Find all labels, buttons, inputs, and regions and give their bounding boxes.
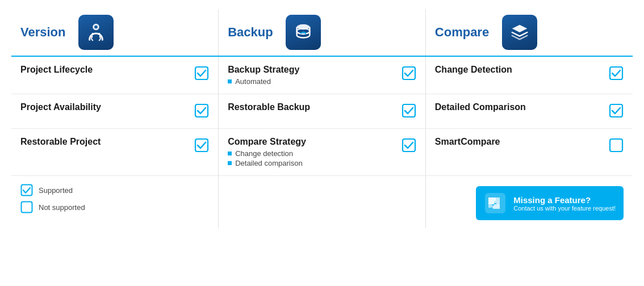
backup-feature-1-subitem-0: Automated bbox=[228, 77, 299, 86]
backup-feature-2-name: Restorable Backup bbox=[228, 102, 396, 112]
backup-feature-1-subitems: Automated bbox=[228, 77, 299, 86]
compare-header-cell: Compare bbox=[425, 9, 633, 56]
compare-feature-1-name: Change Detection bbox=[435, 65, 603, 75]
compare-feature-2-cell: Detailed Comparison bbox=[425, 94, 633, 129]
backup-feature-1-check bbox=[402, 66, 416, 83]
version-feature-3-row: Restorable Project bbox=[20, 137, 209, 155]
backup-feature-3-cell: Compare Strategy Change detection Detail… bbox=[219, 129, 426, 176]
backup-feature-3-row: Compare Strategy Change detection Detail… bbox=[228, 137, 416, 167]
feature-row-1: Project Lifecycle Backup Strategy Automa bbox=[11, 56, 633, 94]
compare-feature-2-name: Detailed Comparison bbox=[435, 102, 603, 112]
not-supported-checkbox-icon bbox=[20, 201, 33, 213]
feature-row-2: Project Availability Restorable Backup bbox=[11, 94, 633, 129]
version-feature-3-name: Restorable Project bbox=[20, 137, 189, 147]
legend-cell: Supported Not supported bbox=[11, 176, 219, 229]
legend-supported-label: Supported bbox=[39, 186, 73, 195]
version-feature-2-cell: Project Availability bbox=[11, 94, 219, 129]
compare-feature-1-row: Change Detection bbox=[435, 65, 624, 83]
legend: Supported Not supported bbox=[20, 184, 209, 213]
compare-feature-2-row: Detailed Comparison bbox=[435, 102, 624, 120]
header-row: Version Backup bbox=[11, 9, 633, 56]
compare-feature-2-check bbox=[609, 103, 624, 120]
backup-feature-3-subitem-0: Change detection bbox=[228, 149, 306, 158]
compare-feature-3-cell: SmartCompare bbox=[425, 129, 633, 176]
compare-feature-3-check-empty bbox=[609, 138, 624, 155]
legend-not-supported-label: Not supported bbox=[39, 203, 85, 212]
compare-feature-1-check bbox=[609, 66, 624, 83]
version-feature-3-cell: Restorable Project bbox=[11, 129, 219, 176]
missing-feature-subtitle: Contact us with your feature request! bbox=[513, 205, 616, 212]
backup-feature-2-row: Restorable Backup bbox=[228, 102, 416, 120]
version-feature-3-check bbox=[194, 138, 209, 155]
backup-feature-1-content: Backup Strategy Automated bbox=[228, 65, 299, 86]
page-wrapper: Version Backup bbox=[0, 0, 644, 237]
legend-not-supported: Not supported bbox=[20, 201, 209, 213]
backup-feature-2-cell: Restorable Backup bbox=[219, 94, 426, 129]
backup-feature-3-content: Compare Strategy Change detection Detail… bbox=[228, 137, 306, 167]
missing-feature-title: Missing a Feature? bbox=[513, 195, 616, 205]
version-feature-1-check bbox=[194, 66, 209, 83]
backup-feature-1-row: Backup Strategy Automated bbox=[228, 65, 416, 86]
version-header-title: Version bbox=[20, 25, 65, 40]
missing-feature-banner[interactable]: Missing a Feature? Contact us with your … bbox=[476, 186, 624, 220]
feature-row-3: Restorable Project Compare Strategy Chan bbox=[11, 129, 633, 176]
version-feature-1-row: Project Lifecycle bbox=[20, 65, 209, 83]
missing-feature-text: Missing a Feature? Contact us with your … bbox=[513, 195, 616, 212]
compare-feature-3-row: SmartCompare bbox=[435, 137, 624, 155]
legend-row: Supported Not supported bbox=[11, 176, 633, 229]
backup-feature-3-subitems: Change detection Detailed comparison bbox=[228, 149, 306, 167]
supported-checkbox-icon bbox=[20, 184, 33, 196]
backup-header-icon bbox=[286, 15, 321, 50]
backup-feature-3-check bbox=[402, 138, 416, 155]
backup-feature-3-subitem-1: Detailed comparison bbox=[228, 159, 306, 167]
layers-icon bbox=[509, 22, 530, 43]
svg-rect-13 bbox=[610, 139, 622, 152]
legend-empty-backup bbox=[219, 176, 426, 229]
svg-point-1 bbox=[94, 26, 98, 29]
backup-feature-2-check bbox=[402, 103, 416, 120]
backup-header-title: Backup bbox=[228, 25, 273, 40]
compare-header-title: Compare bbox=[435, 25, 489, 40]
version-feature-1-name: Project Lifecycle bbox=[20, 65, 189, 75]
version-feature-2-row: Project Availability bbox=[20, 102, 209, 120]
compare-feature-1-cell: Change Detection bbox=[425, 56, 633, 94]
compare-header-icon bbox=[502, 15, 537, 50]
puzzle-icon bbox=[484, 192, 507, 214]
backup-feature-1-cell: Backup Strategy Automated bbox=[219, 56, 426, 94]
backup-feature-1-name: Backup Strategy bbox=[228, 65, 299, 74]
version-header-icon bbox=[78, 15, 114, 50]
version-feature-2-check bbox=[194, 103, 209, 120]
legend-missing-feature-cell: Missing a Feature? Contact us with your … bbox=[425, 176, 633, 229]
backup-feature-3-name: Compare Strategy bbox=[228, 137, 306, 146]
version-header-cell: Version bbox=[11, 9, 219, 56]
legend-supported: Supported bbox=[20, 184, 209, 196]
version-feature-2-name: Project Availability bbox=[20, 102, 189, 112]
comparison-table: Version Backup bbox=[11, 9, 633, 228]
svg-rect-15 bbox=[22, 202, 32, 213]
compare-feature-3-name: SmartCompare bbox=[435, 137, 603, 147]
database-icon bbox=[292, 22, 314, 43]
person-icon bbox=[85, 22, 107, 43]
backup-header-cell: Backup bbox=[219, 9, 426, 56]
version-feature-1-cell: Project Lifecycle bbox=[11, 56, 219, 94]
